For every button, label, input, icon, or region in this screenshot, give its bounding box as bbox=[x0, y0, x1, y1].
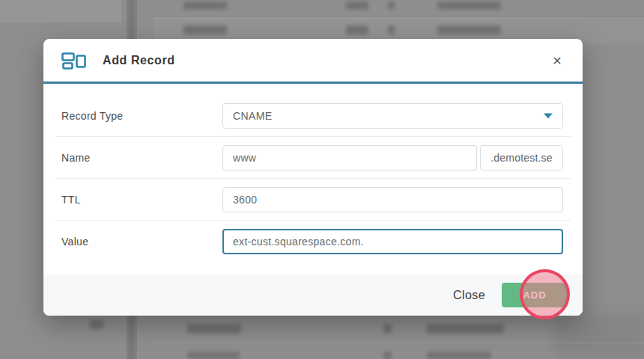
blurred-cell bbox=[437, 25, 501, 34]
record-type-row: Record Type CNAME bbox=[55, 95, 571, 137]
blurred-cell bbox=[388, 1, 395, 10]
chevron-down-icon bbox=[544, 113, 553, 118]
blurred-cell bbox=[346, 1, 368, 10]
record-type-select[interactable]: CNAME bbox=[222, 103, 563, 129]
blurred-cell bbox=[427, 324, 504, 334]
blurred-cell bbox=[187, 352, 240, 359]
ttl-input[interactable] bbox=[222, 187, 563, 212]
add-button[interactable]: ADD bbox=[502, 283, 568, 307]
value-row: Value bbox=[55, 221, 571, 263]
blurred-cell bbox=[383, 324, 392, 334]
blurred-cell bbox=[427, 352, 491, 359]
name-input[interactable] bbox=[222, 145, 477, 171]
close-button[interactable]: Close bbox=[453, 289, 485, 302]
blurred-cell bbox=[183, 25, 227, 34]
blurred-cell bbox=[346, 25, 368, 34]
blurred-cell bbox=[388, 25, 395, 34]
dialog-title: Add Record bbox=[103, 54, 175, 67]
record-type-value: CNAME bbox=[233, 110, 273, 122]
blurred-cell bbox=[383, 352, 392, 359]
record-layout-icon bbox=[61, 52, 86, 70]
blurred-cell bbox=[183, 1, 227, 10]
close-icon[interactable]: ✕ bbox=[548, 52, 566, 70]
blurred-shading bbox=[554, 314, 644, 359]
blurred-cell bbox=[437, 1, 501, 10]
blurred-cell bbox=[187, 324, 241, 334]
add-record-dialog: Add Record ✕ Record Type CNAME Name .dem… bbox=[43, 39, 583, 316]
dialog-footer: Close ADD bbox=[43, 274, 583, 316]
record-type-label: Record Type bbox=[61, 110, 222, 122]
value-input[interactable] bbox=[222, 229, 563, 254]
dialog-body: Record Type CNAME Name .demotest.se TTL … bbox=[43, 84, 583, 263]
ttl-row: TTL bbox=[55, 179, 571, 221]
ttl-label: TTL bbox=[61, 194, 222, 206]
value-label: Value bbox=[61, 236, 222, 248]
name-label: Name bbox=[61, 152, 222, 164]
name-row: Name .demotest.se bbox=[55, 137, 571, 179]
dialog-header: Add Record ✕ bbox=[43, 39, 583, 82]
domain-suffix: .demotest.se bbox=[480, 145, 563, 171]
blurred-page-corner bbox=[0, 0, 121, 22]
blurred-cell bbox=[90, 320, 103, 329]
